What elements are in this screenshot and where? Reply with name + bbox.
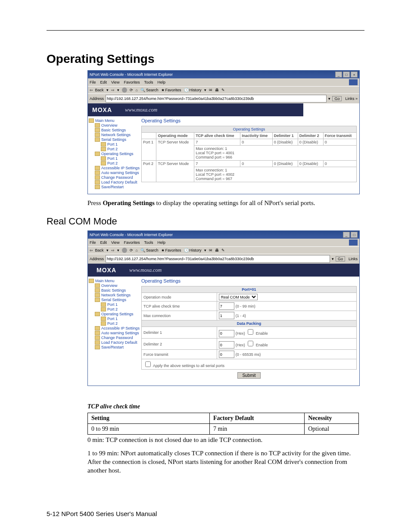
ie-toolbar: ⇦ Back ▾⇨▾ ⟳ ⌂ 🔍Search ★Favorites 🕓Histo…: [88, 246, 359, 254]
sidebar-operating-settings[interactable]: Operating Settings: [95, 152, 139, 156]
sidebar-op-port2[interactable]: Port 2: [101, 161, 139, 165]
max-connection-input[interactable]: [219, 312, 234, 319]
menu-file[interactable]: File: [90, 240, 96, 245]
delimiter2-enable-checkbox[interactable]: [248, 341, 253, 346]
dropdown-icon[interactable]: ▾: [332, 257, 334, 261]
sidebar-main-menu[interactable]: Main Menu: [89, 118, 139, 123]
sidebar-op-port1[interactable]: Port 1: [101, 317, 139, 321]
sidebar-factory-default[interactable]: Load Factory Default: [95, 340, 139, 345]
sidebar-op-port2[interactable]: Port 2: [101, 321, 139, 326]
sidebar-accessible-ip[interactable]: Accessible IP Settings: [95, 326, 139, 330]
address-input[interactable]: [106, 255, 330, 263]
sidebar-auto-warning[interactable]: Auto warning Settings: [95, 171, 139, 175]
search-icon[interactable]: 🔍Search: [140, 248, 159, 252]
delimiter1-enable-checkbox[interactable]: [248, 329, 253, 335]
operation-mode-select[interactable]: Real COM Mode: [219, 294, 258, 300]
moxa-banner: MOXA www.moxa.com: [88, 103, 359, 116]
close-icon[interactable]: ×: [351, 72, 358, 78]
menu-view[interactable]: View: [111, 80, 119, 84]
minimize-icon[interactable]: _: [343, 232, 350, 238]
print-icon[interactable]: 🖶: [215, 248, 219, 252]
sidebar-serial-port2[interactable]: Port 2: [101, 307, 139, 311]
sidebar-main-menu[interactable]: Main Menu: [89, 279, 139, 283]
back-button[interactable]: ⇦ Back: [90, 248, 104, 252]
sidebar-basic-settings[interactable]: Basic Settings: [95, 288, 139, 292]
maximize-icon[interactable]: □: [343, 72, 350, 78]
refresh-icon[interactable]: ⟳: [130, 248, 133, 252]
delimiter2-input[interactable]: [219, 341, 234, 348]
menu-tools[interactable]: Tools: [144, 80, 153, 84]
sidebar-operating-settings[interactable]: Operating Settings: [95, 312, 139, 316]
menu-help[interactable]: Help: [157, 240, 165, 245]
stop-icon[interactable]: [122, 248, 127, 253]
home-icon[interactable]: ⌂: [136, 248, 138, 252]
mail-icon[interactable]: ✉: [209, 88, 212, 92]
sidebar-overview[interactable]: Overview: [95, 283, 139, 288]
history-icon[interactable]: 🕓History: [184, 248, 202, 252]
sidebar-accessible-ip[interactable]: Accessible IP Settings: [95, 166, 139, 170]
favorites-icon[interactable]: ★Favorites: [161, 248, 181, 252]
home-icon[interactable]: ⌂: [136, 88, 138, 92]
sidebar-serial-settings[interactable]: Serial Settings: [95, 137, 139, 142]
sidebar-save-restart[interactable]: Save/Restart: [95, 185, 139, 189]
sidebar-serial-port2[interactable]: Port 2: [101, 147, 139, 151]
menu-file[interactable]: File: [90, 80, 96, 84]
moxa-url: www.moxa.com: [129, 267, 162, 274]
label-max-connection: Max connection: [142, 311, 217, 320]
sidebar-overview[interactable]: Overview: [95, 123, 139, 128]
setting-spec-table: Setting Factory Default Necessity 0 to 9…: [87, 413, 359, 435]
menu-help[interactable]: Help: [157, 80, 165, 84]
sidebar-auto-warning[interactable]: Auto warning Settings: [95, 331, 139, 335]
menu-view[interactable]: View: [111, 240, 119, 245]
tcp-alive-input[interactable]: [219, 302, 234, 310]
col-necessity: Necessity: [305, 413, 359, 424]
links-label[interactable]: Links: [349, 257, 358, 261]
address-input[interactable]: [106, 95, 327, 103]
minimize-icon[interactable]: _: [335, 72, 342, 78]
sidebar-basic-settings[interactable]: Basic Settings: [95, 128, 139, 132]
sidebar-serial-port1[interactable]: Port 1: [101, 142, 139, 146]
col-default: Factory Default: [210, 413, 305, 424]
edit-icon[interactable]: ✎: [221, 88, 225, 92]
back-button[interactable]: ⇦ Back: [90, 88, 104, 92]
sidebar-change-password[interactable]: Change Password: [95, 336, 139, 340]
force-transmit-input[interactable]: [219, 351, 234, 358]
favorites-icon[interactable]: ★Favorites: [161, 88, 181, 92]
apply-all-checkbox[interactable]: [145, 361, 151, 367]
delimiter1-input[interactable]: [219, 330, 234, 337]
mail-icon[interactable]: ✉: [209, 248, 212, 252]
menu-edit[interactable]: Edit: [100, 80, 107, 84]
caption-operating-settings: Press Operating Settings to display the …: [87, 199, 363, 207]
ie-addressbar: Address ▾ Go Links: [88, 254, 359, 264]
sidebar-serial-settings[interactable]: Serial Settings: [95, 298, 139, 302]
go-button[interactable]: Go: [336, 256, 345, 261]
sidebar-network-settings[interactable]: Network Settings: [95, 133, 139, 137]
sidebar-factory-default[interactable]: Load Factory Default: [95, 180, 139, 184]
table-row: Port 2 TCP Server Mode 7 0 0 (Disable) 0…: [142, 161, 357, 167]
go-button[interactable]: Go: [332, 96, 342, 101]
menu-edit[interactable]: Edit: [100, 240, 107, 245]
menu-favorites[interactable]: Favorites: [124, 80, 140, 84]
subsection-title: Real COM Mode: [47, 216, 364, 227]
search-icon[interactable]: 🔍Search: [140, 88, 159, 92]
port-header: Port=01: [142, 286, 357, 293]
menu-tools[interactable]: Tools: [144, 240, 153, 245]
sidebar-save-restart[interactable]: Save/Restart: [95, 345, 139, 349]
links-label[interactable]: Links »: [345, 96, 358, 101]
sidebar-network-settings[interactable]: Network Settings: [95, 293, 139, 297]
sidebar-change-password[interactable]: Change Password: [95, 175, 139, 180]
dropdown-icon[interactable]: ▾: [328, 96, 330, 101]
ie-titlebar: NPort Web Console - Microsoft Internet E…: [88, 231, 359, 239]
stop-icon[interactable]: [122, 87, 127, 93]
label-operation-mode: Operation mode: [142, 293, 217, 302]
print-icon[interactable]: 🖶: [215, 88, 219, 92]
edit-icon[interactable]: ✎: [221, 248, 225, 252]
maximize-icon[interactable]: □: [351, 232, 358, 238]
refresh-icon[interactable]: ⟳: [130, 88, 133, 92]
sidebar-op-port1[interactable]: Port 1: [101, 156, 139, 161]
sidebar: Main Menu Overview Basic Settings Networ…: [88, 116, 140, 194]
menu-favorites[interactable]: Favorites: [124, 240, 140, 245]
submit-button[interactable]: Submit: [237, 372, 260, 379]
sidebar-serial-port1[interactable]: Port 1: [101, 302, 139, 307]
history-icon[interactable]: 🕓History: [184, 88, 202, 92]
